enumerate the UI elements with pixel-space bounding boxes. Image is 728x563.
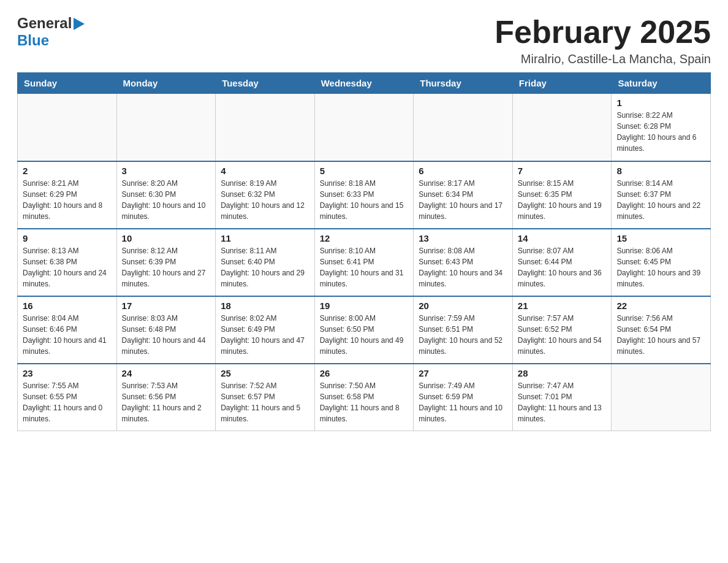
calendar-cell: 2Sunrise: 8:21 AM Sunset: 6:29 PM Daylig… <box>18 161 117 229</box>
calendar-cell: 7Sunrise: 8:15 AM Sunset: 6:35 PM Daylig… <box>512 161 612 229</box>
calendar-cell: 16Sunrise: 8:04 AM Sunset: 6:46 PM Dayli… <box>18 296 117 364</box>
day-info: Sunrise: 8:11 AM Sunset: 6:40 PM Dayligh… <box>221 245 309 289</box>
day-number: 16 <box>23 301 112 311</box>
day-number: 21 <box>518 301 607 311</box>
calendar-cell: 17Sunrise: 8:03 AM Sunset: 6:48 PM Dayli… <box>116 296 216 364</box>
day-number: 7 <box>518 166 607 176</box>
weekday-header-thursday: Thursday <box>414 73 513 94</box>
calendar-cell: 27Sunrise: 7:49 AM Sunset: 6:59 PM Dayli… <box>414 364 513 431</box>
logo-blue-text: Blue <box>17 32 49 49</box>
calendar-week-row: 2Sunrise: 8:21 AM Sunset: 6:29 PM Daylig… <box>18 161 711 229</box>
day-info: Sunrise: 8:02 AM Sunset: 6:49 PM Dayligh… <box>221 313 309 357</box>
day-info: Sunrise: 8:12 AM Sunset: 6:39 PM Dayligh… <box>122 245 211 289</box>
day-info: Sunrise: 7:56 AM Sunset: 6:54 PM Dayligh… <box>616 313 705 357</box>
calendar-week-row: 9Sunrise: 8:13 AM Sunset: 6:38 PM Daylig… <box>18 229 711 296</box>
day-number: 11 <box>221 233 309 243</box>
day-info: Sunrise: 7:57 AM Sunset: 6:52 PM Dayligh… <box>518 313 607 357</box>
calendar-cell: 11Sunrise: 8:11 AM Sunset: 6:40 PM Dayli… <box>216 229 315 296</box>
calendar-cell: 14Sunrise: 8:07 AM Sunset: 6:44 PM Dayli… <box>512 229 612 296</box>
svg-marker-0 <box>74 18 85 30</box>
day-number: 17 <box>122 301 211 311</box>
page-subtitle: Miralrio, Castille-La Mancha, Spain <box>495 52 711 66</box>
day-info: Sunrise: 7:50 AM Sunset: 6:58 PM Dayligh… <box>320 380 409 424</box>
calendar-cell: 6Sunrise: 8:17 AM Sunset: 6:34 PM Daylig… <box>414 161 513 229</box>
day-info: Sunrise: 7:53 AM Sunset: 6:56 PM Dayligh… <box>122 380 211 424</box>
calendar-cell: 12Sunrise: 8:10 AM Sunset: 6:41 PM Dayli… <box>314 229 414 296</box>
calendar-header-row: SundayMondayTuesdayWednesdayThursdayFrid… <box>18 73 711 94</box>
day-info: Sunrise: 8:22 AM Sunset: 6:28 PM Dayligh… <box>616 110 705 154</box>
weekday-header-wednesday: Wednesday <box>314 73 414 94</box>
calendar-cell <box>216 94 315 161</box>
day-number: 12 <box>320 233 409 243</box>
weekday-header-sunday: Sunday <box>18 73 117 94</box>
day-number: 4 <box>221 166 309 176</box>
day-info: Sunrise: 8:10 AM Sunset: 6:41 PM Dayligh… <box>320 245 409 289</box>
day-info: Sunrise: 8:03 AM Sunset: 6:48 PM Dayligh… <box>122 313 211 357</box>
calendar-cell: 1Sunrise: 8:22 AM Sunset: 6:28 PM Daylig… <box>612 94 711 161</box>
calendar-cell: 24Sunrise: 7:53 AM Sunset: 6:56 PM Dayli… <box>116 364 216 431</box>
day-info: Sunrise: 8:06 AM Sunset: 6:45 PM Dayligh… <box>616 245 705 289</box>
calendar-cell: 18Sunrise: 8:02 AM Sunset: 6:49 PM Dayli… <box>216 296 315 364</box>
calendar-cell: 23Sunrise: 7:55 AM Sunset: 6:55 PM Dayli… <box>18 364 117 431</box>
page-title: February 2025 <box>495 15 711 50</box>
day-number: 10 <box>122 233 211 243</box>
day-number: 3 <box>122 166 211 176</box>
calendar-cell: 10Sunrise: 8:12 AM Sunset: 6:39 PM Dayli… <box>116 229 216 296</box>
day-info: Sunrise: 8:20 AM Sunset: 6:30 PM Dayligh… <box>122 178 211 222</box>
day-info: Sunrise: 8:18 AM Sunset: 6:33 PM Dayligh… <box>320 178 409 222</box>
day-info: Sunrise: 8:07 AM Sunset: 6:44 PM Dayligh… <box>518 245 607 289</box>
weekday-header-friday: Friday <box>512 73 612 94</box>
logo: General Blue <box>17 15 85 49</box>
day-info: Sunrise: 7:47 AM Sunset: 7:01 PM Dayligh… <box>518 380 607 424</box>
day-info: Sunrise: 8:15 AM Sunset: 6:35 PM Dayligh… <box>518 178 607 222</box>
day-number: 25 <box>221 368 309 378</box>
calendar-week-row: 23Sunrise: 7:55 AM Sunset: 6:55 PM Dayli… <box>18 364 711 431</box>
day-number: 28 <box>518 368 607 378</box>
day-number: 20 <box>419 301 507 311</box>
calendar-cell <box>612 364 711 431</box>
day-number: 15 <box>616 233 705 243</box>
day-info: Sunrise: 8:19 AM Sunset: 6:32 PM Dayligh… <box>221 178 309 222</box>
day-info: Sunrise: 8:14 AM Sunset: 6:37 PM Dayligh… <box>616 178 705 222</box>
day-number: 6 <box>419 166 507 176</box>
calendar-cell <box>314 94 414 161</box>
calendar-cell <box>512 94 612 161</box>
calendar-week-row: 1Sunrise: 8:22 AM Sunset: 6:28 PM Daylig… <box>18 94 711 161</box>
day-info: Sunrise: 8:00 AM Sunset: 6:50 PM Dayligh… <box>320 313 409 357</box>
day-number: 2 <box>23 166 112 176</box>
day-number: 9 <box>23 233 112 243</box>
day-info: Sunrise: 8:21 AM Sunset: 6:29 PM Dayligh… <box>23 178 112 222</box>
calendar-cell: 21Sunrise: 7:57 AM Sunset: 6:52 PM Dayli… <box>512 296 612 364</box>
logo-general-text: General <box>17 15 72 32</box>
day-info: Sunrise: 8:04 AM Sunset: 6:46 PM Dayligh… <box>23 313 112 357</box>
day-info: Sunrise: 8:13 AM Sunset: 6:38 PM Dayligh… <box>23 245 112 289</box>
weekday-header-monday: Monday <box>116 73 216 94</box>
calendar-cell: 3Sunrise: 8:20 AM Sunset: 6:30 PM Daylig… <box>116 161 216 229</box>
day-info: Sunrise: 7:55 AM Sunset: 6:55 PM Dayligh… <box>23 380 112 424</box>
calendar-cell: 22Sunrise: 7:56 AM Sunset: 6:54 PM Dayli… <box>612 296 711 364</box>
day-number: 13 <box>419 233 507 243</box>
day-info: Sunrise: 8:17 AM Sunset: 6:34 PM Dayligh… <box>419 178 507 222</box>
page-header: General Blue February 2025 Miralrio, Cas… <box>17 15 711 66</box>
calendar-cell: 26Sunrise: 7:50 AM Sunset: 6:58 PM Dayli… <box>314 364 414 431</box>
day-number: 5 <box>320 166 409 176</box>
day-info: Sunrise: 7:59 AM Sunset: 6:51 PM Dayligh… <box>419 313 507 357</box>
day-number: 14 <box>518 233 607 243</box>
day-number: 26 <box>320 368 409 378</box>
calendar-cell <box>18 94 117 161</box>
weekday-header-saturday: Saturday <box>612 73 711 94</box>
day-number: 8 <box>616 166 705 176</box>
calendar-table: SundayMondayTuesdayWednesdayThursdayFrid… <box>17 72 711 431</box>
calendar-cell: 8Sunrise: 8:14 AM Sunset: 6:37 PM Daylig… <box>612 161 711 229</box>
day-number: 1 <box>616 98 705 108</box>
day-number: 22 <box>616 301 705 311</box>
title-block: February 2025 Miralrio, Castille-La Manc… <box>495 15 711 66</box>
calendar-cell: 5Sunrise: 8:18 AM Sunset: 6:33 PM Daylig… <box>314 161 414 229</box>
calendar-cell: 9Sunrise: 8:13 AM Sunset: 6:38 PM Daylig… <box>18 229 117 296</box>
day-number: 23 <box>23 368 112 378</box>
day-info: Sunrise: 7:49 AM Sunset: 6:59 PM Dayligh… <box>419 380 507 424</box>
day-info: Sunrise: 8:08 AM Sunset: 6:43 PM Dayligh… <box>419 245 507 289</box>
calendar-cell: 28Sunrise: 7:47 AM Sunset: 7:01 PM Dayli… <box>512 364 612 431</box>
logo-arrow-icon <box>74 18 85 30</box>
day-number: 24 <box>122 368 211 378</box>
